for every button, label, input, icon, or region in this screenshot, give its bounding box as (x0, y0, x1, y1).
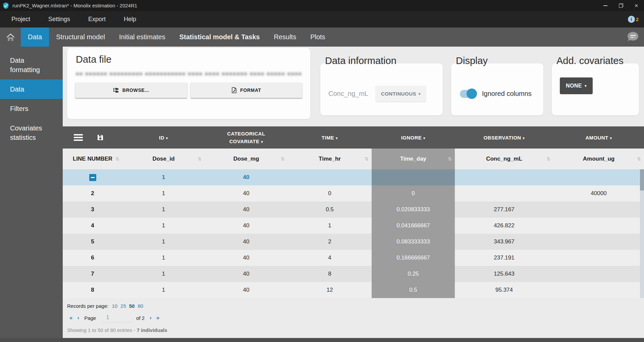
table-row[interactable]: 140 (63, 169, 644, 185)
folder-tree-icon (113, 87, 119, 93)
column-header-dose-mg[interactable]: Dose_mg⇅ (205, 149, 288, 169)
table-cell: 40 (205, 185, 288, 202)
main-content: Data file ■■ ■■■■■■ ■■■■■■■■■ ■■■■■■■■■■… (63, 47, 644, 342)
monolix-logo-icon (2, 2, 9, 9)
data-information-section: Data information Conc_ng_mL CONTINUOUS ▾ (320, 48, 443, 115)
table-row[interactable]: 21400040000 (63, 185, 644, 202)
data-information-card: Conc_ng_mL CONTINUOUS ▾ (320, 63, 443, 115)
sidebar-item-covariates-statistics[interactable]: Covariates statistics (0, 118, 63, 147)
table-cell: 40 (205, 234, 288, 250)
restore-button[interactable] (613, 0, 629, 11)
records-option-50[interactable]: 50 (129, 303, 135, 309)
table-cell: 0.083333333 (372, 234, 455, 250)
table-cell: 1 (122, 234, 205, 250)
table-row[interactable]: 714080.25125.643 (63, 266, 644, 282)
table-cell: 1 (122, 169, 205, 185)
menu-item-project[interactable]: Project (0, 11, 39, 27)
table-cell (553, 250, 644, 266)
menu-item-help[interactable]: Help (115, 11, 145, 27)
table-row[interactable]: 31400.50.020833333277.167 (63, 202, 644, 218)
table-scrollbar[interactable] (640, 169, 644, 298)
tab-structural-model[interactable]: Structural model (49, 27, 112, 47)
menu-item-export[interactable]: Export (79, 11, 115, 27)
data-file-card: Data file ■■ ■■■■■■ ■■■■■■■■■ ■■■■■■■■■■… (67, 48, 310, 119)
save-icon[interactable] (97, 134, 104, 141)
sort-icon[interactable]: ⇅ (546, 156, 550, 162)
collapse-group-icon[interactable] (89, 174, 96, 181)
home-button[interactable] (0, 27, 21, 47)
caret-down-icon: ▾ (610, 136, 612, 140)
tab-statistical-model-tasks[interactable]: Statistical model & Tasks (172, 27, 267, 47)
column-type-id[interactable]: ID ▾ (122, 126, 205, 149)
notifications-button[interactable]: i 2 (628, 16, 639, 23)
sort-icon[interactable]: ⇅ (365, 156, 369, 162)
close-button[interactable]: ✕ (629, 0, 644, 11)
column-header-time-day[interactable]: Time_day⇅ (372, 149, 455, 169)
display-card: Ignored columns (451, 63, 543, 115)
column-header-row: LINE NUMBER⇅ Dose_id⇅ Dose_mg⇅ Time_hr⇅ … (63, 149, 644, 169)
column-header-time-hr[interactable]: Time_hr⇅ (288, 149, 372, 169)
feedback-button[interactable] (626, 27, 639, 47)
menubar: Project Settings Export Help i 2 (0, 11, 644, 27)
document-edit-icon (231, 87, 237, 93)
add-covariates-dropdown[interactable]: NONE ▾ (560, 77, 593, 94)
minimize-button[interactable] (598, 0, 613, 11)
table-cell: 40000 (553, 185, 644, 202)
table-row[interactable]: 614040.166666667237.191 (63, 250, 644, 266)
table-row[interactable]: 8140120.595.374 (63, 282, 644, 298)
table-cell (455, 185, 553, 202)
column-header-line-number[interactable]: LINE NUMBER⇅ (63, 149, 122, 169)
sidebar-item-filters[interactable]: Filters (0, 99, 63, 118)
records-option-25[interactable]: 25 (120, 303, 126, 309)
observation-name: Conc_ng_mL (328, 90, 368, 98)
tab-results[interactable]: Results (267, 27, 303, 47)
records-per-page-label: Records per page: (67, 303, 108, 309)
last-page-button[interactable]: » (154, 315, 162, 321)
column-header-conc-ng-ml[interactable]: Conc_ng_mL⇅ (455, 149, 553, 169)
column-type-amount[interactable]: AMOUNT ▾ (553, 126, 644, 149)
column-type-time[interactable]: TIME ▾ (288, 126, 372, 149)
column-type-observation[interactable]: OBSERVATION ▾ (455, 126, 553, 149)
line-number-cell: 8 (63, 282, 122, 298)
first-page-button[interactable]: « (67, 315, 75, 321)
column-type-ignore[interactable]: IGNORE ▾ (372, 126, 455, 149)
page-input[interactable] (101, 313, 132, 323)
ignored-columns-label: Ignored columns (482, 90, 532, 98)
previous-page-button[interactable]: ‹ (75, 315, 82, 321)
column-type-categorical-covariate[interactable]: CATEGORICALCOVARIATE ▾ (205, 126, 288, 149)
home-icon (6, 33, 15, 41)
tab-initial-estimates[interactable]: Initial estimates (112, 27, 172, 47)
sort-icon[interactable]: ⇅ (637, 156, 641, 162)
observation-type-dropdown[interactable]: CONTINUOUS ▾ (376, 86, 426, 102)
sidebar-item-data-formatting[interactable]: Data formatting (0, 51, 63, 79)
sidebar-item-data[interactable]: Data (0, 79, 63, 99)
column-header-dose-id[interactable]: Dose_id⇅ (122, 149, 205, 169)
sort-icon[interactable]: ⇅ (198, 156, 202, 162)
table-row[interactable]: 514020.083333333343.967 (63, 234, 644, 250)
table-cell: 0.5 (372, 282, 455, 298)
entries-summary-text: Showing 1 to 50 of 80 entries - (67, 327, 137, 333)
scrollbar-thumb[interactable] (640, 169, 644, 190)
records-option-10[interactable]: 10 (112, 303, 117, 309)
sort-icon[interactable]: ⇅ (281, 156, 285, 162)
tab-data[interactable]: Data (21, 27, 49, 47)
tab-plots[interactable]: Plots (303, 27, 332, 47)
format-button[interactable]: FORMAT (191, 82, 303, 98)
sort-icon[interactable]: ⇅ (448, 156, 452, 162)
table-cell (455, 169, 553, 185)
caret-down-icon: ▾ (523, 136, 525, 140)
ignored-columns-toggle[interactable] (460, 90, 475, 98)
table-cell: 8 (288, 266, 372, 282)
next-page-button[interactable]: › (147, 315, 154, 321)
table-row[interactable]: 414010.041666667426.822 (63, 218, 644, 234)
table-menu-icon[interactable] (74, 134, 83, 141)
sort-icon[interactable]: ⇅ (115, 156, 119, 162)
menu-item-settings[interactable]: Settings (39, 11, 79, 27)
column-header-amount-ug[interactable]: Amount_ug⇅ (553, 149, 644, 169)
data-file-title: Data file (76, 54, 302, 67)
table-cell (553, 282, 644, 298)
records-option-80[interactable]: 80 (138, 303, 143, 309)
add-covariates-section: Add. covariates NONE ▾ (552, 48, 639, 115)
table-cell: 237.191 (455, 250, 553, 266)
browse-button[interactable]: BROWSE... (75, 82, 187, 98)
